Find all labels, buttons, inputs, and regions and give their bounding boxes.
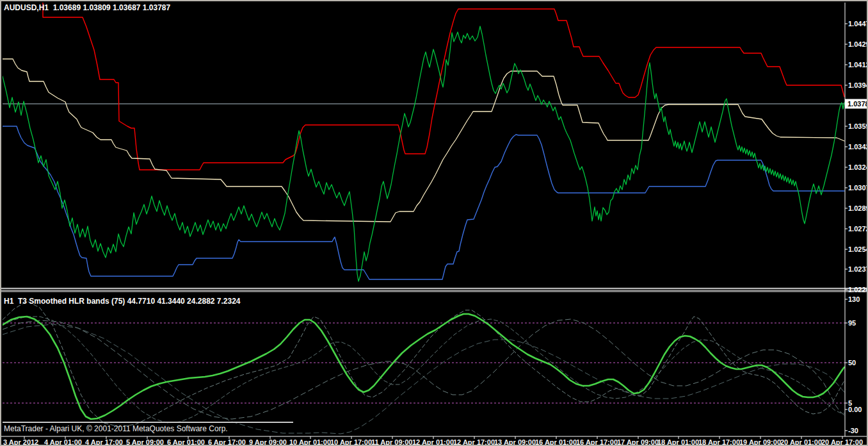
- indicator-axis-label: 50: [848, 359, 856, 367]
- time-axis-label[interactable]: 4 Apr 17:00: [85, 438, 123, 446]
- hlr-band-4: [3, 324, 844, 434]
- indicator-title: H1 T3 Smoothed HLR bands (75) 44.7710 41…: [4, 297, 241, 306]
- price-axis-label: 1.02375: [848, 265, 868, 273]
- time-axis-label[interactable]: 10 Apr 01:00: [289, 438, 331, 446]
- price-axis-label: 1.04295: [848, 40, 868, 48]
- time-axis-label[interactable]: 3 Apr 2012: [3, 438, 38, 446]
- time-axis-label[interactable]: 6 Apr 01:00: [167, 438, 205, 446]
- upper-band-red: [43, 3, 844, 170]
- time-axis-label[interactable]: 9 Apr 09:00: [249, 438, 287, 446]
- price-axis-label: 1.02895: [848, 204, 868, 212]
- price-axis-label: 1.03420: [848, 143, 868, 151]
- hlr-band-3: [3, 319, 844, 419]
- time-axis-label[interactable]: 20 Apr 01:00: [780, 438, 822, 446]
- metatrader-chart-window: AUDUSD,H1 1.03689 1.03809 1.03687 1.0378…: [0, 0, 868, 446]
- time-axis-label[interactable]: 18 Apr 17:00: [698, 438, 740, 446]
- time-axis-label[interactable]: 4 Apr 01:00: [44, 438, 82, 446]
- price-axis-label: 1.03595: [848, 122, 868, 130]
- price-axis-label: 1.04470: [848, 20, 868, 28]
- current-price-label: 1.03787: [845, 99, 868, 109]
- time-axis-label[interactable]: 12 Apr 17:00: [453, 438, 495, 446]
- middle-band-white: [3, 59, 844, 222]
- time-axis-label[interactable]: 19 Apr 09:00: [739, 438, 781, 446]
- hlr-band-2: [3, 317, 844, 423]
- time-axis-label[interactable]: 18 Apr 01:00: [657, 438, 699, 446]
- lower-band-blue: [3, 126, 844, 279]
- indicator-panel: [3, 301, 845, 434]
- main-panel: [3, 3, 845, 281]
- price-axis-label: 1.03245: [848, 163, 868, 171]
- time-axis-label[interactable]: 17 Apr 09:00: [617, 438, 659, 446]
- price-axis-label: 1.03070: [848, 184, 868, 192]
- time-axis-label[interactable]: 16 Apr 17:00: [576, 438, 618, 446]
- time-axis-label[interactable]: 20 Apr 17:00: [821, 438, 863, 446]
- time-axis-label[interactable]: 16 Apr 01:00: [535, 438, 577, 446]
- price-axis-label: 1.02200: [848, 286, 868, 293]
- price-axis-label: 1.03945: [848, 81, 868, 89]
- time-axis-label[interactable]: 10 Apr 17:00: [330, 438, 372, 446]
- chart-canvas[interactable]: [1, 1, 868, 446]
- indicator-axis-label: 0.00: [848, 406, 862, 413]
- copyright-watermark: MetaTrader - Alpari UK, © 2001-2011 Meta…: [4, 424, 228, 433]
- time-axis-label[interactable]: 11 Apr 09:00: [371, 438, 412, 446]
- time-axis-label[interactable]: 5 Apr 09:00: [126, 438, 164, 446]
- price-axis-label: 1.02545: [848, 245, 868, 253]
- indicator-axis-label: 130: [848, 295, 860, 303]
- symbol-ohlc-title: AUDUSD,H1 1.03689 1.03809 1.03687 1.0378…: [4, 3, 170, 12]
- price-axis-label: 1.04120: [848, 61, 868, 69]
- horizontal-scrollbar[interactable]: [3, 422, 293, 423]
- indicator-axis-label: 95: [848, 319, 856, 327]
- time-axis-label[interactable]: 13 Apr 09:00: [494, 438, 536, 446]
- time-axis-label[interactable]: 6 Apr 17:00: [208, 438, 246, 446]
- indicator-axis-label: -30: [848, 427, 858, 434]
- price-axis-label: 1.02720: [848, 225, 868, 233]
- panel-separator-bar[interactable]: [1, 290, 868, 292]
- time-axis-label[interactable]: 12 Apr 01:00: [412, 438, 454, 446]
